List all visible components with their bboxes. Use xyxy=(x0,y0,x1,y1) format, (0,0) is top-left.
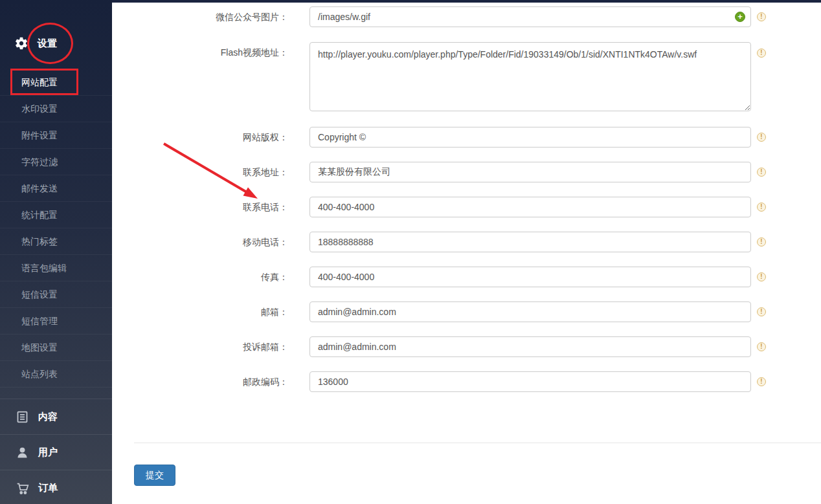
sidebar-content-label: 内容 xyxy=(38,411,58,423)
sidebar-item-char-filter[interactable]: 字符过滤 xyxy=(0,149,112,175)
field-row-complaint-email: 投诉邮箱： ! xyxy=(112,336,821,357)
form-divider xyxy=(134,443,821,443)
sidebar: 设置 网站配置 水印设置 附件设置 字符过滤 邮件发送 统计配置 热门标签 语言… xyxy=(0,0,112,504)
fax-input[interactable] xyxy=(309,267,751,287)
warning-icon: ! xyxy=(757,377,766,386)
field-row-copyright: 网站版权： ! xyxy=(112,127,821,148)
add-image-icon[interactable]: + xyxy=(735,12,745,22)
postal-code-input[interactable] xyxy=(309,371,751,392)
flash-url-textarea[interactable]: http://player.youku.com/player.php/Type/… xyxy=(309,42,751,111)
sidebar-section-users[interactable]: 用户 xyxy=(0,434,112,470)
user-icon xyxy=(16,446,29,459)
field-label: 微信公众号图片： xyxy=(112,6,288,27)
sidebar-item-mail-send[interactable]: 邮件发送 xyxy=(0,175,112,202)
field-row-mobile-phone: 移动电话： ! xyxy=(112,232,821,252)
warning-icon: ! xyxy=(757,49,766,58)
settings-submenu: 网站配置 水印设置 附件设置 字符过滤 邮件发送 统计配置 热门标签 语言包编辑… xyxy=(0,69,112,388)
field-label: 邮箱： xyxy=(112,301,288,322)
main-content: 微信公众号图片： + ! Flash视频地址： http://player.yo… xyxy=(112,0,821,504)
site-config-form: 微信公众号图片： + ! Flash视频地址： http://player.yo… xyxy=(112,0,821,504)
sidebar-item-site-list[interactable]: 站点列表 xyxy=(0,361,112,388)
sidebar-users-label: 用户 xyxy=(38,446,58,459)
sidebar-item-sms-settings[interactable]: 短信设置 xyxy=(0,281,112,308)
contact-phone-input[interactable] xyxy=(309,197,751,217)
cart-icon xyxy=(16,481,29,495)
field-label: 邮政编码： xyxy=(112,371,288,392)
sidebar-item-stats-config[interactable]: 统计配置 xyxy=(0,202,112,228)
field-row-flash-url: Flash视频地址： http://player.youku.com/playe… xyxy=(112,42,821,114)
contact-address-input[interactable] xyxy=(309,162,751,182)
sidebar-section-orders[interactable]: 订单 xyxy=(0,470,112,504)
field-row-email: 邮箱： ! xyxy=(112,301,821,322)
warning-icon: ! xyxy=(757,12,766,21)
sidebar-item-map-settings[interactable]: 地图设置 xyxy=(0,334,112,361)
field-label: 投诉邮箱： xyxy=(112,336,288,357)
field-label: 移动电话： xyxy=(112,232,288,252)
submit-button[interactable]: 提交 xyxy=(134,465,175,486)
warning-icon: ! xyxy=(757,133,766,142)
sidebar-item-hot-tags[interactable]: 热门标签 xyxy=(0,228,112,255)
warning-icon: ! xyxy=(757,168,766,177)
sidebar-item-watermark[interactable]: 水印设置 xyxy=(0,96,112,122)
warning-icon: ! xyxy=(757,342,766,351)
email-input[interactable] xyxy=(309,301,751,322)
field-row-postal-code: 邮政编码： ! xyxy=(112,371,821,392)
field-label: 传真： xyxy=(112,267,288,287)
field-label: 联系电话： xyxy=(112,197,288,217)
sidebar-item-sms-manage[interactable]: 短信管理 xyxy=(0,308,112,334)
warning-icon: ! xyxy=(757,272,766,281)
field-row-fax: 传真： ! xyxy=(112,267,821,287)
field-row-contact-address: 联系地址： ! xyxy=(112,162,821,182)
field-label: 联系地址： xyxy=(112,162,288,182)
sidebar-item-language-pack[interactable]: 语言包编辑 xyxy=(0,255,112,281)
content-icon xyxy=(16,410,29,424)
sidebar-group-settings[interactable]: 设置 xyxy=(14,36,57,50)
wechat-image-input[interactable] xyxy=(309,6,751,27)
sidebar-orders-label: 订单 xyxy=(38,482,58,494)
complaint-email-input[interactable] xyxy=(309,336,751,357)
sidebar-sections: 内容 用户 订单 xyxy=(0,399,112,504)
warning-icon: ! xyxy=(757,203,766,212)
sidebar-section-content[interactable]: 内容 xyxy=(0,399,112,434)
sidebar-item-site-config[interactable]: 网站配置 xyxy=(0,69,112,96)
field-label: Flash视频地址： xyxy=(112,42,288,63)
sidebar-settings-label: 设置 xyxy=(38,38,57,50)
warning-icon: ! xyxy=(757,307,766,316)
sidebar-item-attachment[interactable]: 附件设置 xyxy=(0,122,112,149)
field-label: 网站版权： xyxy=(112,127,288,148)
field-row-contact-phone: 联系电话： ! xyxy=(112,197,821,217)
gear-icon xyxy=(14,36,28,50)
admin-settings-page: 设置 网站配置 水印设置 附件设置 字符过滤 邮件发送 统计配置 热门标签 语言… xyxy=(0,0,821,504)
warning-icon: ! xyxy=(757,237,766,247)
field-row-wechat-image: 微信公众号图片： + ! xyxy=(112,6,821,27)
copyright-input[interactable] xyxy=(309,127,751,148)
mobile-phone-input[interactable] xyxy=(309,232,751,252)
